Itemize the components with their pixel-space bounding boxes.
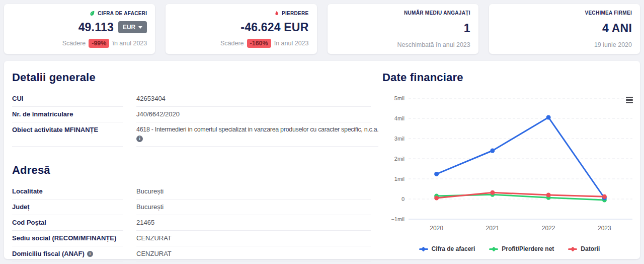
row-label: Nr. de înmatriculare: [12, 107, 123, 122]
legend-item[interactable]: Cifra de afaceri: [419, 245, 475, 252]
kpi-cards-row: CIFRA DE AFACERI 49.113 EUR Scădere -99%…: [0, 0, 644, 54]
x-axis-label: 2020: [430, 225, 443, 232]
series-line: [437, 117, 605, 198]
table-row: Nr. de înmatriculare J40/6642/2020: [12, 107, 371, 122]
legend-marker-icon: [419, 247, 428, 251]
card-employees-header: NUMĂR MEDIU ANGAJAȚI: [404, 10, 470, 16]
address-title: Adresă: [12, 164, 371, 177]
employees-value: 1: [464, 23, 470, 34]
y-axis-label: 5mil: [394, 95, 405, 101]
table-row: Județ București: [12, 200, 371, 215]
data-point-marker[interactable]: [490, 149, 495, 153]
card-label: CIFRA DE AFACERI: [98, 11, 147, 16]
address-rows: Localitate București Județ București Cod…: [12, 184, 371, 262]
row-label: CUI: [12, 91, 123, 107]
row-value: J40/6642/2020: [136, 107, 371, 122]
company-age-date: 19 iunie 2020: [594, 42, 632, 48]
data-point-marker[interactable]: [602, 194, 607, 199]
card-label: NUMĂR MEDIU ANGAJAȚI: [404, 10, 470, 16]
card-loss: PIERDERE -46.624 EUR Scădere -160% în an…: [166, 4, 316, 54]
y-axis-label: 3mil: [394, 136, 405, 142]
x-axis-label: 2021: [486, 225, 500, 232]
data-point-marker[interactable]: [546, 193, 551, 197]
details-title: Detalii generale: [12, 71, 371, 84]
y-axis-label: 4mil: [394, 115, 405, 121]
row-label-text: Domiciliu fiscal (ANAF): [12, 250, 85, 257]
activity-text: 4618 - Intermedieri in comertul speciali…: [136, 126, 378, 133]
card-label: VECHIMEA FIRMEI: [585, 10, 632, 16]
loss-value: -46.624 EUR: [240, 22, 308, 33]
legend-marker-icon: [568, 247, 577, 251]
trend-prefix: Scădere: [62, 40, 86, 47]
financial-section: Date financiare 5mil4mil3mil2mil1mil0−1m…: [371, 69, 636, 253]
row-label: Obiect activitate MFINANȚE: [12, 122, 123, 147]
legend-label: Datorii: [581, 245, 600, 252]
financial-title: Date financiare: [382, 71, 636, 84]
data-point-marker[interactable]: [434, 172, 439, 176]
legend-item[interactable]: Profit/Pierdere net: [489, 245, 554, 252]
row-label: Sediu social (RECOM/MFINANȚE): [12, 231, 123, 246]
row-value: CENZURAT: [136, 231, 371, 246]
turnover-value: 49.113: [78, 22, 114, 33]
data-point-marker[interactable]: [434, 196, 439, 201]
info-icon[interactable]: i: [87, 251, 93, 257]
hamburger-menu-icon[interactable]: [625, 96, 634, 104]
trend-badge: -99%: [89, 39, 109, 48]
trend-suffix: în anul 2023: [112, 40, 147, 47]
y-axis-label: 1mil: [394, 176, 405, 182]
table-row: Sediu social (RECOM/MFINANȚE) CENZURAT: [12, 231, 371, 246]
card-turnover: CIFRA DE AFACERI 49.113 EUR Scădere -99%…: [4, 4, 155, 54]
row-value: 42653404: [136, 91, 371, 107]
trend-prefix: Scădere: [220, 40, 244, 47]
row-label: Localitate: [12, 184, 123, 200]
droplet-icon: [274, 10, 279, 16]
row-value: București: [136, 184, 371, 200]
row-value: 4618 - Intermedieri in comertul speciali…: [136, 122, 378, 147]
trend-text: Neschimbată în anul 2023: [397, 42, 470, 48]
loss-trend: Scădere -160% în anul 2023: [220, 39, 309, 48]
series-line: [437, 192, 605, 198]
trend-suffix: în anul 2023: [274, 40, 309, 47]
row-value: București: [136, 200, 371, 215]
row-label: Domiciliu fiscal (ANAF)i: [12, 246, 123, 262]
main-panel: Detalii generale CUI 42653404 Nr. de înm…: [4, 61, 640, 259]
data-point-marker[interactable]: [490, 190, 495, 195]
card-employees: NUMĂR MEDIU ANGAJAȚI 1 Neschimbată în an…: [328, 4, 478, 54]
data-point-marker[interactable]: [546, 115, 551, 120]
financial-chart: 5mil4mil3mil2mil1mil0−1mil20202021202220…: [382, 91, 636, 237]
legend-label: Profit/Pierdere net: [502, 245, 554, 252]
row-value: CENZURAT: [136, 246, 371, 262]
table-row: Cod Poștal 21465: [12, 215, 371, 231]
table-row: Domiciliu fiscal (ANAF)i CENZURAT: [12, 246, 371, 262]
row-value: 21465: [136, 215, 371, 231]
chart-area: 5mil4mil3mil2mil1mil0−1mil20202021202220…: [382, 91, 636, 252]
x-axis-label: 2022: [542, 225, 555, 232]
employees-trend: Neschimbată în anul 2023: [397, 42, 470, 48]
currency-dropdown-button[interactable]: EUR: [118, 21, 147, 33]
chart-legend: Cifra de afaceriProfit/Pierdere netDator…: [382, 245, 636, 252]
company-details-section: Detalii generale CUI 42653404 Nr. de înm…: [9, 69, 371, 253]
chevron-down-icon: [138, 26, 142, 29]
leaf-icon: [89, 10, 95, 16]
legend-marker-icon: [489, 247, 498, 251]
card-company-age-header: VECHIMEA FIRMEI: [585, 10, 632, 16]
x-axis-label: 2023: [598, 225, 611, 232]
y-axis-label: 2mil: [394, 156, 405, 162]
currency-label: EUR: [123, 24, 135, 31]
legend-item[interactable]: Datorii: [568, 245, 600, 252]
table-row: Localitate București: [12, 184, 371, 200]
card-company-age: VECHIMEA FIRMEI 4 ANI 19 iunie 2020: [489, 4, 640, 54]
turnover-trend: Scădere -99% în anul 2023: [62, 39, 147, 48]
y-axis-label: −1mil: [391, 216, 405, 222]
details-rows: CUI 42653404 Nr. de înmatriculare J40/66…: [12, 91, 371, 147]
company-age-value: 4 ANI: [602, 23, 632, 34]
founding-date: 19 iunie 2020: [594, 42, 632, 48]
card-loss-header: PIERDERE: [274, 10, 309, 16]
trend-badge: -160%: [247, 39, 271, 48]
row-label: Cod Poștal: [12, 215, 123, 231]
card-turnover-header: CIFRA DE AFACERI: [89, 10, 147, 16]
table-row: CUI 42653404: [12, 91, 371, 107]
legend-label: Cifra de afaceri: [432, 245, 475, 252]
card-label: PIERDERE: [282, 11, 309, 16]
info-icon[interactable]: i: [136, 136, 143, 142]
